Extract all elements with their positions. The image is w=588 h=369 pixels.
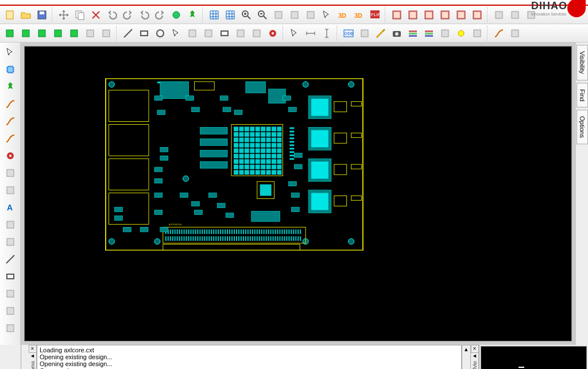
shape-ellipse-icon[interactable] [233, 26, 248, 41]
place-c-icon[interactable] [34, 26, 49, 41]
carve-icon[interactable] [508, 26, 523, 41]
redo-icon[interactable] [121, 7, 136, 22]
grid-icon[interactable] [223, 7, 238, 22]
highlight-icon[interactable] [454, 26, 469, 41]
command-close-button[interactable]: × [29, 345, 37, 353]
brush-tool-icon[interactable] [2, 303, 18, 318]
zoom-prev-icon[interactable] [303, 7, 318, 22]
layer5-icon[interactable] [454, 7, 469, 22]
design-canvas[interactable]: ADPEMDSA [24, 46, 572, 341]
label-tool-icon[interactable] [2, 286, 18, 301]
view3d-orbit-icon[interactable]: 3D [335, 7, 350, 22]
svg-point-76 [349, 82, 354, 87]
snapshot-icon[interactable] [389, 26, 404, 41]
place-e-icon[interactable] [67, 26, 82, 41]
select-comp-icon[interactable] [287, 26, 302, 41]
line-tool-icon[interactable] [2, 252, 18, 267]
doc-icon[interactable] [357, 26, 372, 41]
shape-arc-icon[interactable] [249, 26, 264, 41]
new-icon[interactable] [2, 7, 17, 22]
svg-rect-214 [179, 236, 180, 241]
dim-v-icon[interactable] [319, 26, 334, 41]
tab-visibility[interactable]: Visibility [577, 45, 588, 80]
redo2-icon[interactable] [153, 7, 168, 22]
command-console[interactable]: Loading axlcore.cxtOpening existing desi… [37, 345, 462, 369]
svg-rect-198 [260, 184, 272, 196]
place-a-icon[interactable] [2, 26, 17, 41]
odbpp-icon[interactable]: ODB [341, 26, 356, 41]
svg-rect-268 [241, 236, 242, 241]
report-icon[interactable] [508, 7, 523, 22]
pin-icon[interactable] [185, 7, 200, 22]
worldview-canvas[interactable] [481, 346, 587, 369]
xsection2-icon[interactable] [421, 26, 436, 41]
svg-rect-275 [250, 229, 251, 234]
select-tool-icon[interactable] [2, 45, 18, 60]
zoom-select-icon[interactable] [319, 7, 334, 22]
shape-line-icon[interactable] [121, 26, 136, 41]
layer4-icon[interactable] [438, 7, 452, 22]
layer1-icon[interactable] [389, 7, 404, 22]
shape-poly-icon[interactable] [185, 26, 200, 41]
delete-icon[interactable] [88, 7, 103, 22]
plane-tool-icon[interactable] [2, 321, 18, 336]
tab-find[interactable]: Find [577, 83, 588, 107]
route-angle-icon[interactable] [2, 114, 18, 129]
tab-options[interactable]: Options [577, 110, 588, 144]
shape-fillet-icon[interactable] [201, 26, 216, 41]
move-icon[interactable] [56, 7, 71, 22]
xsection-icon[interactable] [405, 26, 420, 41]
place-d-icon[interactable] [51, 26, 65, 41]
svg-rect-205 [170, 229, 171, 234]
layer2-icon[interactable] [405, 7, 420, 22]
dim-h-icon[interactable] [303, 26, 318, 41]
place-f-icon[interactable] [83, 26, 98, 41]
assign-icon[interactable] [438, 26, 452, 41]
layer3-icon[interactable] [421, 7, 436, 22]
place-b-icon[interactable] [18, 26, 33, 41]
shape-via-icon[interactable] [265, 26, 280, 41]
shape-circle-icon[interactable] [153, 26, 168, 41]
svg-rect-130 [256, 137, 260, 142]
zoom-window-icon[interactable] [287, 7, 302, 22]
zoom-in-icon[interactable] [239, 7, 254, 22]
pin-tool-icon[interactable] [2, 79, 18, 94]
save-icon[interactable] [34, 7, 49, 22]
view3d-icon[interactable]: 3D [351, 7, 366, 22]
shape-select-icon[interactable] [169, 26, 184, 41]
swap-icon[interactable] [2, 235, 18, 249]
zoom-out-icon[interactable] [255, 7, 270, 22]
worldview-close-button[interactable]: × [471, 345, 479, 353]
open-icon[interactable] [18, 7, 33, 22]
svg-rect-140 [261, 143, 265, 148]
svg-rect-71 [7, 308, 14, 314]
svg-rect-93 [234, 132, 238, 137]
undo-icon[interactable] [105, 7, 119, 22]
shape-rect2-icon[interactable] [217, 26, 232, 41]
cluster-icon[interactable] [2, 217, 18, 232]
via-tool-icon[interactable] [2, 148, 18, 163]
shape-rect-icon[interactable] [137, 26, 152, 41]
drc-icon[interactable] [492, 7, 506, 22]
zoom-fit-icon[interactable] [271, 7, 286, 22]
svg-rect-312 [291, 236, 292, 241]
grid-dot-icon[interactable] [207, 7, 222, 22]
undo2-icon[interactable] [137, 7, 152, 22]
route-bus-icon[interactable] [2, 131, 18, 146]
measure-icon[interactable] [373, 26, 388, 41]
flip-icon[interactable]: FLIP [368, 7, 382, 22]
rect-tool-icon[interactable] [2, 269, 18, 284]
route-icon[interactable] [492, 26, 506, 41]
chip-tool-icon[interactable] [2, 62, 18, 77]
copy-icon[interactable] [72, 7, 87, 22]
fanout-icon[interactable] [2, 183, 18, 198]
refresh-icon[interactable] [169, 7, 184, 22]
slide-icon[interactable] [2, 166, 18, 180]
text-tool-icon[interactable]: A [2, 200, 18, 215]
place-g-icon[interactable] [99, 26, 114, 41]
route-line-icon[interactable] [2, 97, 18, 112]
command-scrollbar[interactable]: ▴ ▾ [462, 345, 471, 369]
layer6-icon[interactable] [470, 7, 485, 22]
svg-rect-273 [247, 229, 249, 234]
dedupe-icon[interactable] [470, 26, 485, 41]
